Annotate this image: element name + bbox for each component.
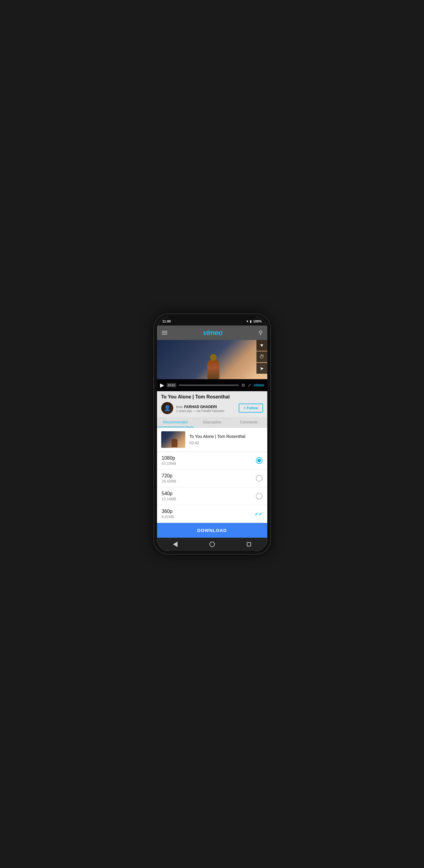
quality-size: 8.81MB (162, 515, 174, 519)
video-player[interactable]: ♥ ⏱ ➤ ▶ 02:42 ⚙ ⤢ vimeo (157, 340, 267, 391)
quality-label: 1080p (162, 456, 176, 461)
status-right-icons: ▾ ▮ 100% (246, 319, 262, 323)
tab-description[interactable]: Description (194, 417, 231, 427)
vimeo-watermark: vimeo (254, 383, 264, 387)
status-bar: 11:00 ▾ ▮ 100% (157, 317, 267, 326)
app-header: vimeo ⚲ (157, 326, 267, 340)
fullscreen-icon[interactable]: ⤢ (248, 383, 251, 388)
ago-text: 2 years ago — via Parallel Uploader (176, 409, 224, 412)
quality-size: 63.10MB (162, 461, 176, 466)
like-button[interactable]: ♥ (256, 340, 267, 351)
quality-label-group: 1080p 63.10MB (162, 456, 176, 466)
radio-720p[interactable] (256, 475, 263, 482)
author-name: FARHAD GHADERI (184, 405, 217, 409)
settings-icon[interactable]: ⚙ (241, 383, 245, 388)
preview-info: To You Alone | Tom Rosenthal 02:42 (189, 434, 246, 445)
quality-item-540p[interactable]: 540p 15.14MB (157, 487, 267, 505)
battery-icon: ▮ (250, 319, 252, 323)
quality-size: 15.14MB (162, 497, 176, 501)
quality-label-group: 720p 26.42MB (162, 473, 176, 484)
status-time: 11:00 (162, 319, 171, 323)
watchlater-button[interactable]: ⏱ (256, 351, 267, 362)
play-button[interactable]: ▶ (160, 382, 164, 389)
wifi-icon: ▾ (246, 319, 248, 323)
progress-bar[interactable] (179, 384, 239, 386)
recents-button[interactable] (247, 542, 251, 547)
download-sheet: To You Alone | Tom Rosenthal 02:42 1080p… (157, 428, 267, 538)
quality-label-group: 360p 8.81MB (162, 509, 174, 519)
figure-head (210, 354, 217, 361)
download-button[interactable]: DOWNLOAD (157, 523, 267, 538)
preview-title: To You Alone | Tom Rosenthal (189, 434, 246, 439)
radio-inner-1080p (258, 459, 261, 462)
quality-list: 1080p 63.10MB 720p 26.42MB (157, 452, 267, 523)
quality-item-720p[interactable]: 720p 26.42MB (157, 470, 267, 487)
battery-percent: 100% (253, 319, 262, 323)
phone-screen: 11:00 ▾ ▮ 100% vimeo ⚲ ♥ ⏱ (157, 317, 267, 551)
video-controls: ▶ 02:42 ⚙ ⤢ vimeo (157, 379, 267, 391)
author-info: from FARHAD GHADERI 2 years ago — via Pa… (176, 404, 224, 412)
from-prefix: from (176, 405, 183, 409)
video-side-actions: ♥ ⏱ ➤ (256, 340, 267, 374)
phone-frame: 11:00 ▾ ▮ 100% vimeo ⚲ ♥ ⏱ (153, 313, 271, 555)
quality-label: 720p (162, 473, 176, 478)
quality-label-group: 540p 15.14MB (162, 491, 176, 501)
tab-comments[interactable]: Comments (231, 417, 267, 427)
back-button[interactable] (173, 541, 178, 547)
follow-button[interactable]: + Follow (239, 404, 263, 412)
quality-item-1080p[interactable]: 1080p 63.10MB (157, 452, 267, 470)
menu-icon[interactable] (162, 331, 167, 335)
video-info: To You Alone | Tom Rosenthal 👤 from FARH… (157, 391, 267, 417)
double-check-icon-360p: ✔✔ (255, 511, 263, 517)
preview-duration: 02:42 (189, 441, 246, 445)
time-badge: 02:42 (166, 383, 177, 387)
author-left: 👤 from FARHAD GHADERI 2 years ago — via … (161, 402, 224, 414)
from-label: from FARHAD GHADERI (176, 404, 224, 409)
tab-recommended[interactable]: Recommended (157, 417, 194, 427)
thumb-figure (172, 439, 178, 447)
video-title: To You Alone | Tom Rosenthal (161, 394, 263, 400)
tabs-bar: Recommended Description Comments (157, 417, 267, 428)
bottom-navigation (157, 538, 267, 551)
radio-1080p[interactable] (256, 457, 263, 464)
vimeo-logo: vimeo (203, 329, 222, 337)
radio-540p[interactable] (256, 493, 263, 499)
quality-label: 540p (162, 491, 176, 496)
download-preview: To You Alone | Tom Rosenthal 02:42 (157, 428, 267, 452)
quality-item-360p[interactable]: 360p 8.81MB ✔✔ (157, 505, 267, 523)
home-button[interactable] (209, 541, 215, 547)
preview-thumbnail (161, 431, 185, 448)
author-row: 👤 from FARHAD GHADERI 2 years ago — via … (161, 402, 263, 414)
video-thumbnail (157, 340, 267, 379)
quality-size: 26.42MB (162, 479, 176, 484)
avatar: 👤 (161, 402, 173, 414)
search-icon[interactable]: ⚲ (259, 330, 263, 336)
share-button[interactable]: ➤ (256, 363, 267, 374)
quality-label: 360p (162, 509, 174, 514)
video-figure (207, 360, 219, 379)
